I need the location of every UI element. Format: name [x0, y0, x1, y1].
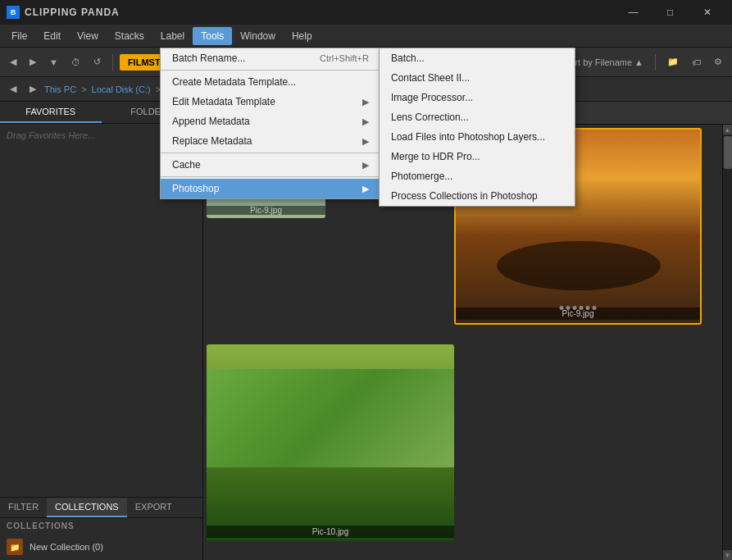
close-button[interactable]: ✕ [689, 0, 725, 25]
submenu-photomerge[interactable]: Photomerge... [380, 166, 575, 186]
sep5 [655, 54, 656, 71]
menu-batch-rename[interactable]: Batch Rename... Ctrl+Shift+R [161, 48, 380, 68]
bottom-sidebar: FILTER COLLECTIONS EXPORT COLLECTIONS 📁 … [0, 497, 202, 560]
menubar: File Edit View Stacks Label Tools Window… [0, 25, 732, 48]
recent-button[interactable]: ⏱ [66, 52, 85, 73]
scroll-thumb[interactable] [724, 136, 732, 169]
app-icon: B [7, 6, 20, 19]
folder-button[interactable]: 📁 [662, 52, 684, 73]
menu-edit-metadata-template[interactable]: Edit Metadata Template ▶ [161, 92, 380, 112]
nav-forward-button[interactable]: ▶ [25, 79, 41, 100]
tab-export[interactable]: EXPORT [127, 498, 180, 517]
breadcrumb-disk[interactable]: Local Disk (C:) [92, 84, 151, 94]
menu-cache[interactable]: Cache ▶ [161, 155, 380, 175]
forward-button[interactable]: ▶ [25, 52, 41, 73]
bottom-tab-bar: FILTER COLLECTIONS EXPORT [0, 498, 202, 518]
menu-stacks[interactable]: Stacks [107, 27, 152, 45]
menu-create-metadata-template[interactable]: Create Metadata Template... [161, 72, 380, 92]
menu-file[interactable]: File [3, 27, 35, 45]
separator3 [161, 176, 380, 177]
collection-name: New Collection (0) [30, 542, 103, 552]
menu-tools[interactable]: Tools [193, 27, 232, 45]
settings-button[interactable]: ⚙ [709, 52, 727, 73]
submenu-process-collections[interactable]: Process Collections in Photoshop [380, 186, 575, 206]
minimize-button[interactable]: — [615, 0, 652, 25]
back-button[interactable]: ◀ [5, 52, 21, 73]
separator2 [161, 153, 380, 153]
titlebar: B CLIPPING PANDA — □ ✕ [0, 0, 732, 25]
scroll-up[interactable]: ▲ [723, 125, 733, 134]
collections-label: COLLECTIONS [0, 518, 202, 534]
submenu-batch[interactable]: Batch... [380, 48, 575, 68]
separator [112, 54, 113, 71]
submenu-merge-hdr[interactable]: Merge to HDR Pro... [380, 147, 575, 166]
collection-icon: 📁 [7, 539, 23, 555]
titlebar-left: B CLIPPING PANDA [7, 6, 120, 19]
menu-append-metadata[interactable]: Append Metadata ▶ [161, 112, 380, 131]
titlebar-controls: — □ ✕ [615, 0, 725, 25]
menu-replace-metadata[interactable]: Replace Metadata ▶ [161, 131, 380, 151]
submenu-load-files[interactable]: Load Files into Photoshop Layers... [380, 127, 575, 147]
green-image-cell[interactable]: Pic-10.jpg [207, 344, 454, 541]
breadcrumb-sep1: > [81, 84, 86, 94]
tab-favorites[interactable]: FAVORITES [0, 102, 102, 123]
app-title: CLIPPING PANDA [25, 7, 120, 18]
submenu-image-processor[interactable]: Image Processor... [380, 88, 575, 107]
breadcrumb-computer[interactable]: This PC [44, 84, 76, 94]
submenu-lens-correction[interactable]: Lens Correction... [380, 107, 575, 127]
scroll-down[interactable]: ▼ [723, 550, 733, 560]
menu-window[interactable]: Window [232, 27, 284, 45]
scrollbar[interactable]: ▲ ▼ [722, 125, 732, 560]
tab-filter[interactable]: FILTER [0, 498, 47, 517]
sort-arrow: ▲ [634, 57, 643, 67]
submenu-contact-sheet[interactable]: Contact Sheet II... [380, 68, 575, 88]
menu-photoshop[interactable]: Photoshop ▶ [161, 179, 380, 198]
dropdown-button[interactable]: ▼ [44, 52, 63, 73]
photoshop-submenu: Batch... Contact Sheet II... Image Proce… [379, 48, 575, 207]
top-image-label: Pic-9.jpg [207, 206, 325, 215]
menu-view[interactable]: View [69, 27, 107, 45]
green-image-label: Pic-10.jpg [207, 526, 454, 538]
collection-item[interactable]: 📁 New Collection (0) [0, 534, 202, 560]
menu-label[interactable]: Label [152, 27, 193, 45]
menu-help[interactable]: Help [284, 27, 321, 45]
tag-button[interactable]: 🏷 [687, 52, 706, 73]
nav-back-button[interactable]: ◀ [5, 79, 21, 100]
maximize-button[interactable]: □ [652, 0, 689, 25]
menu-edit[interactable]: Edit [35, 27, 69, 45]
separator [161, 70, 380, 71]
tools-dropdown: Batch Rename... Ctrl+Shift+R Create Meta… [160, 48, 381, 199]
refresh-button[interactable]: ↺ [89, 52, 106, 73]
tab-collections[interactable]: COLLECTIONS [47, 498, 127, 517]
